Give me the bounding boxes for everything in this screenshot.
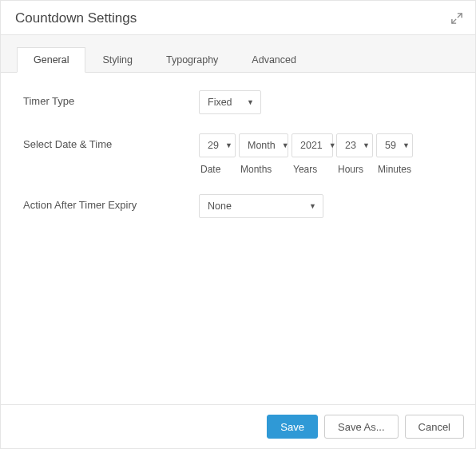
row-action-expiry: Action After Timer Expiry None ▼	[23, 194, 453, 218]
select-value: 29	[208, 140, 219, 151]
caption-date: Date	[199, 164, 236, 175]
tab-label: Styling	[102, 54, 133, 66]
select-value: 23	[345, 140, 356, 151]
select-timer-type[interactable]: Fixed ▼	[199, 90, 261, 114]
expand-icon[interactable]	[451, 13, 462, 24]
tab-typography[interactable]: Typography	[149, 47, 235, 73]
tab-bar: General Styling Typography Advanced	[1, 35, 475, 73]
chevron-down-icon: ▼	[309, 202, 316, 210]
dialog-title: Countdown Settings	[15, 10, 137, 26]
dialog-header: Countdown Settings	[1, 1, 475, 35]
row-datetime: Select Date & Time 29 ▼ Date Month ▼ Mon…	[23, 133, 453, 175]
dialog-footer: Save Save As... Cancel	[1, 404, 475, 448]
tab-content-general: Timer Type Fixed ▼ Select Date & Time 29…	[1, 73, 475, 255]
chevron-down-icon: ▼	[247, 98, 254, 106]
select-action-expiry[interactable]: None ▼	[199, 194, 323, 218]
cancel-button[interactable]: Cancel	[405, 415, 464, 439]
select-hour[interactable]: 23 ▼	[336, 133, 373, 157]
tab-label: General	[34, 54, 69, 66]
select-value: 59	[385, 140, 396, 151]
field-timer-type: Fixed ▼	[199, 90, 453, 114]
button-label: Save	[280, 421, 304, 433]
select-date[interactable]: 29 ▼	[199, 133, 236, 157]
caption-minute: Minutes	[376, 164, 413, 175]
chevron-down-icon: ▼	[329, 141, 336, 149]
tab-general[interactable]: General	[17, 47, 85, 73]
chevron-down-icon: ▼	[282, 141, 289, 149]
button-label: Save As...	[338, 421, 385, 433]
field-datetime: 29 ▼ Date Month ▼ Months 2021 ▼	[199, 133, 453, 175]
select-year[interactable]: 2021 ▼	[292, 133, 333, 157]
caption-month: Months	[239, 164, 288, 175]
select-value: None	[208, 201, 232, 212]
caption-year: Years	[292, 164, 333, 175]
tab-label: Typography	[166, 54, 218, 66]
label-timer-type: Timer Type	[23, 90, 199, 107]
button-label: Cancel	[418, 421, 450, 433]
select-minute[interactable]: 59 ▼	[376, 133, 413, 157]
field-action-expiry: None ▼	[199, 194, 453, 218]
tab-advanced[interactable]: Advanced	[235, 47, 313, 73]
chevron-down-icon: ▼	[363, 141, 370, 149]
select-value: 2021	[300, 140, 323, 151]
chevron-down-icon: ▼	[225, 141, 232, 149]
tab-label: Advanced	[252, 54, 296, 66]
select-value: Fixed	[208, 97, 232, 108]
tab-styling[interactable]: Styling	[85, 47, 149, 73]
select-month[interactable]: Month ▼	[239, 133, 288, 157]
save-button[interactable]: Save	[267, 415, 318, 439]
row-timer-type: Timer Type Fixed ▼	[23, 90, 453, 114]
label-datetime: Select Date & Time	[23, 133, 199, 150]
select-value: Month	[248, 140, 276, 151]
save-as-button[interactable]: Save As...	[324, 415, 399, 439]
caption-hour: Hours	[336, 164, 373, 175]
chevron-down-icon: ▼	[403, 141, 410, 149]
label-action-expiry: Action After Timer Expiry	[23, 194, 199, 211]
